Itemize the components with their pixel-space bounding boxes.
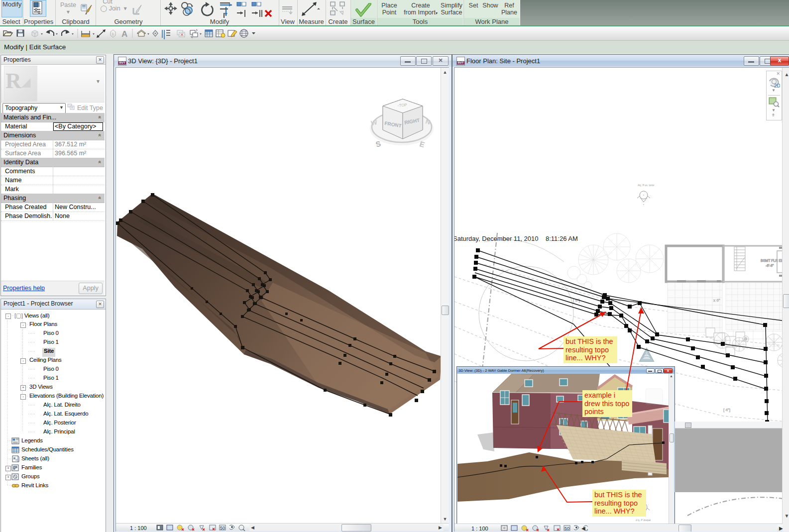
svg-text:50: 50	[220, 526, 225, 531]
svg-text:-TOP: -TOP	[397, 103, 407, 108]
svg-text:50: 50	[564, 526, 569, 531]
svg-text:1: 1	[112, 32, 114, 36]
svg-text:A: A	[121, 29, 127, 39]
svg-text:2D: 2D	[774, 83, 780, 88]
